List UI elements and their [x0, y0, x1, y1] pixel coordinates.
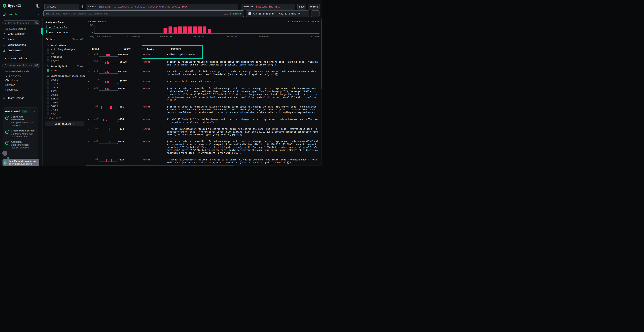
histogram-bar[interactable] — [198, 26, 202, 34]
checkbox[interactable] — [47, 101, 49, 104]
expand-row-chevron-icon[interactable]: › — [87, 79, 92, 83]
table-row[interactable]: › 24K ~97244 error ×{"code":13,"details"… — [87, 68, 320, 78]
sidebar-item-client-sessions[interactable]: Client Sessions — [0, 42, 42, 48]
histogram-bar[interactable] — [183, 26, 187, 34]
expand-row-chevron-icon[interactable]: › — [87, 60, 92, 64]
sidebar-item-search[interactable]: Search ▲ — [0, 11, 42, 18]
checkbox[interactable] — [47, 52, 49, 54]
table-row[interactable]: › 22K ~95267 error Visa cache full: cann… — [87, 78, 320, 85]
filter-group-header[interactable]: SeverityText Clear — [43, 64, 86, 68]
create-dashboard-button[interactable]: + Create Dashboard — [0, 54, 42, 60]
checkbox[interactable] — [47, 94, 49, 96]
expand-row-chevron-icon[interactable]: › — [87, 117, 92, 121]
checkbox[interactable] — [47, 86, 49, 89]
checkbox[interactable] — [47, 60, 49, 62]
pattern-text[interactable]: Visa cache full: cannot add new item. — [166, 79, 320, 83]
checkbox[interactable] — [47, 79, 49, 81]
user-menu[interactable]: D dale@clickhouse.com dale@clickhouse.co… — [2, 159, 39, 166]
checkbox[interactable] — [47, 105, 49, 108]
collapse-sidebar-icon[interactable] — [36, 4, 40, 8]
histogram-bar[interactable] — [208, 28, 211, 34]
histogram-bar[interactable] — [178, 26, 182, 34]
table-row[interactable]: › 120 ~116 error {"error":{"code":13,"de… — [87, 138, 320, 156]
histogram-bar[interactable] — [174, 27, 177, 34]
sidebar-scrollbar-thumb[interactable] — [41, 28, 42, 34]
checkbox[interactable] — [47, 109, 49, 111]
column-header-pattern[interactable]: ⋮⋮Pattern — [166, 48, 320, 50]
table-row[interactable]: › 60 ~116 error ×{"code":13,"details":"f… — [87, 156, 320, 164]
filter-option[interactable]: 29081 — [43, 93, 86, 97]
scrollbar-thumb[interactable] — [321, 19, 322, 89]
alerts-button[interactable]: Alerts — [308, 4, 320, 10]
saved-dashboards-input[interactable]: Saved Dashboards ⌘K — [2, 63, 40, 68]
expand-row-chevron-icon[interactable]: › — [87, 52, 92, 56]
histogram-bar[interactable] — [188, 26, 192, 34]
table-row[interactable]: › 60 ~291 error {"error":{"code":13,"det… — [87, 103, 320, 116]
filter-option[interactable]: 22974 — [43, 86, 86, 89]
histogram-bar[interactable] — [168, 26, 172, 34]
sidebar-item-dashboards[interactable]: Dashboards ▲ — [0, 48, 42, 53]
run-query-button[interactable] — [311, 10, 320, 17]
vertical-scrollbar[interactable] — [321, 18, 322, 166]
filter-option[interactable]: payment — [43, 59, 86, 62]
filter-option[interactable]: 33261 — [43, 100, 86, 104]
filter-option[interactable]: 21734 — [43, 82, 86, 86]
time-range-picker[interactable]: May 26 08:52:44 - May 27 08:52:44 — [246, 10, 309, 17]
checkbox[interactable] — [47, 112, 49, 115]
checkbox[interactable] — [47, 56, 49, 58]
presets-toggle[interactable]: ▼ PRESETS — [0, 73, 42, 78]
filter-option[interactable]: 34423 — [43, 104, 86, 108]
expand-row-chevron-icon[interactable]: › — [87, 86, 92, 90]
filter-option[interactable]: email — [43, 51, 86, 55]
expand-row-chevron-icon[interactable]: › — [87, 139, 92, 143]
column-header-count[interactable]: ⋮⋮Count — [118, 48, 142, 50]
preset-clickhouse[interactable]: ClickHouse — [0, 78, 42, 83]
scrollbar-thumb[interactable] — [86, 165, 234, 166]
pattern-text[interactable]: {"error":{"code":13,"details":"failed to… — [166, 86, 320, 102]
pattern-text[interactable]: {"error":{"code":13,"details":"failed to… — [166, 104, 320, 114]
pattern-text[interactable]: {"code":13,"details":"failed to charge c… — [166, 60, 320, 66]
histogram-bar[interactable] — [164, 28, 167, 34]
clear-all-filters-link[interactable]: Clear all — [72, 38, 83, 40]
show-more-link[interactable]: ▼ Show more — [43, 116, 86, 119]
filter-group-header[interactable]: LogAttributes['cache.size'] — [43, 74, 86, 78]
saved-searches-input[interactable]: Saved Searches ⌘K — [2, 20, 40, 26]
table-row[interactable]: › 120 ~174 error {"code":13,"details":"f… — [87, 116, 320, 125]
expand-row-chevron-icon[interactable]: › — [87, 69, 92, 73]
get-started-item[interactable]: ✓Connect to ClickHouseSet up your databa… — [5, 116, 36, 127]
logo[interactable]: HyperDX — [0, 0, 42, 11]
source-settings-gear-icon[interactable] — [81, 5, 84, 8]
checkbox[interactable] — [47, 90, 49, 92]
sidebar-item-team-settings[interactable]: Team Settings — [0, 94, 42, 102]
checkbox[interactable] — [47, 98, 49, 100]
select-query-input[interactable]: SELECT Timestamp, ServiceName as service… — [86, 4, 238, 10]
table-row[interactable]: › 22K ~103351 error Failed to place orde… — [87, 51, 320, 58]
preset-kubernetes[interactable]: Kubernetes — [0, 87, 42, 92]
lucene-mode-toggle[interactable]: Lucene — [233, 12, 242, 15]
pattern-text[interactable]: {"code":13,"details":"failed to charge c… — [166, 117, 320, 124]
drag-handle-icon[interactable]: ⋮⋮ — [166, 48, 170, 50]
mode-results-table[interactable]: Results Table — [43, 25, 86, 30]
preset-services[interactable]: Services — [0, 83, 42, 87]
filter-option[interactable]: 37801 — [43, 108, 86, 112]
get-started-item[interactable]: ✓Create Data SourcesConfigure where your… — [5, 129, 36, 138]
pattern-text[interactable]: ×{"code":13,"details":"failed to charge … — [166, 157, 320, 164]
expand-row-chevron-icon[interactable]: › — [87, 126, 92, 130]
pattern-text[interactable]: ×{"code":13,"details":"failed to charge … — [166, 69, 320, 76]
drag-handle-icon[interactable]: ⋮⋮ — [118, 48, 122, 50]
chevron-up-icon[interactable]: ▲ — [38, 50, 40, 51]
get-started-item[interactable]: ✓Add DataStart sending logs, metrics, or… — [5, 140, 36, 149]
table-row[interactable]: › 24K ~98698 error {"code":13,"details":… — [87, 58, 320, 68]
less-filters-button[interactable]: Less filters ▲ — [45, 122, 84, 126]
column-header-trend[interactable]: Trend — [92, 48, 118, 50]
pattern-text[interactable]: {"error":{"code":13,"details":"failed to… — [166, 139, 320, 154]
chevron-up-icon[interactable]: ▲ — [38, 14, 40, 15]
filter-option[interactable]: ✓ error — [43, 68, 86, 72]
table-row[interactable]: › 22K ~93987 error {"error":{"code":13,"… — [87, 85, 320, 103]
pattern-text[interactable]: ×{"code":13,"details":"failed to charge … — [166, 126, 320, 136]
filter-option[interactable]: artillery-loadgen — [43, 48, 86, 51]
sql-mode-toggle[interactable]: SQL — [224, 12, 228, 15]
filter-group-header[interactable]: ServiceName — [43, 44, 86, 48]
checkbox[interactable]: ✓ — [47, 69, 49, 72]
filter-option[interactable]: frontend — [43, 55, 86, 59]
